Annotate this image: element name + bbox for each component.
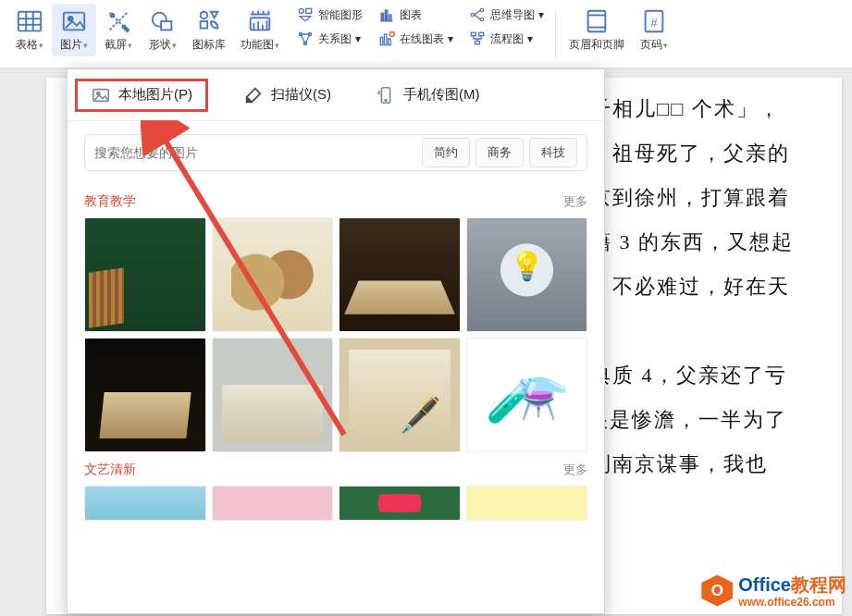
filter-chips: 简约 商务 科技 — [422, 138, 577, 167]
table-icon — [16, 7, 43, 35]
svg-point-30 — [389, 32, 394, 37]
flowchart[interactable]: 流程图▾ — [463, 28, 549, 50]
image-thumbnail[interactable] — [339, 217, 461, 332]
watermark: O Office教程网 www.office26.com — [701, 573, 846, 609]
tab-phone[interactable]: 手机传图(M) — [366, 80, 489, 111]
scanner-icon — [243, 85, 264, 105]
screenshot-icon — [105, 7, 132, 35]
image-thumbnail[interactable] — [212, 217, 334, 332]
image-thumbnail[interactable] — [212, 486, 334, 521]
search-row: 简约 商务 科技 — [68, 121, 604, 184]
svg-rect-26 — [389, 15, 392, 21]
chip-business[interactable]: 商务 — [475, 138, 524, 167]
chip-simple[interactable]: 简约 — [422, 138, 470, 167]
image-thumbnail[interactable] — [466, 486, 588, 521]
svg-point-45 — [385, 99, 387, 101]
function-chart[interactable]: 功能图▾ — [233, 4, 287, 56]
toolbar-separator — [555, 11, 556, 57]
category-literary: 文艺清新 更多 — [68, 452, 604, 521]
watermark-brand: Office教程网 — [738, 573, 846, 598]
chip-tech[interactable]: 科技 — [529, 138, 577, 167]
svg-point-10 — [201, 12, 208, 19]
svg-text:#: # — [650, 16, 658, 30]
svg-rect-29 — [389, 39, 391, 45]
screenshot[interactable]: 截屏▾ — [96, 4, 141, 56]
header-footer[interactable]: 页眉和页脚 — [562, 4, 632, 56]
thumbnail-grid-2 — [84, 486, 587, 521]
image-thumbnail[interactable] — [466, 217, 588, 332]
local-image-icon — [91, 85, 111, 105]
svg-point-18 — [299, 8, 303, 13]
smart-shape-label: 智能图形 — [318, 7, 363, 23]
svg-rect-9 — [161, 21, 171, 30]
tab-local-image[interactable]: 本地图片(P) — [75, 79, 208, 112]
mindmap-label: 思维导图 — [490, 7, 535, 23]
category-more[interactable]: 更多 — [563, 462, 587, 478]
insert-image[interactable]: 图片▾ — [52, 4, 96, 56]
icon-library-icon — [195, 7, 223, 35]
tab-phone-label: 手机传图(M) — [403, 86, 480, 104]
svg-rect-36 — [475, 42, 480, 44]
svg-point-31 — [471, 13, 474, 16]
svg-rect-34 — [471, 32, 475, 35]
online-chart-icon — [377, 30, 396, 48]
search-box[interactable]: 简约 商务 科技 — [84, 134, 587, 171]
svg-rect-25 — [385, 10, 388, 21]
chart-group-2: 图表 在线图表▾ — [372, 4, 459, 50]
online-chart[interactable]: 在线图表▾ — [372, 28, 459, 50]
watermark-url: www.office26.com — [738, 596, 846, 609]
page-number-label: 页码 — [640, 37, 662, 53]
search-input[interactable] — [94, 145, 414, 160]
image-source-tabs: 本地图片(P) 扫描仪(S) 手机传图(M) — [68, 69, 604, 121]
insert-chart-label: 图表 — [400, 7, 422, 23]
insert-shape-label: 形状 — [149, 37, 171, 53]
phone-transfer-icon — [376, 85, 396, 105]
tab-scanner[interactable]: 扫描仪(S) — [234, 80, 340, 111]
image-thumbnail[interactable] — [212, 338, 334, 452]
function-chart-icon — [246, 7, 274, 35]
online-chart-label: 在线图表 — [400, 31, 444, 47]
insert-table[interactable]: 表格▾ — [7, 4, 52, 56]
insert-chart[interactable]: 图表 — [372, 4, 459, 26]
image-thumbnail[interactable] — [339, 338, 461, 452]
image-icon — [60, 7, 88, 35]
image-thumbnail[interactable] — [84, 338, 206, 452]
smart-shape[interactable]: 智能图形 — [290, 4, 368, 26]
icon-library[interactable]: 图标库 — [185, 4, 233, 56]
image-thumbnail[interactable] — [339, 486, 461, 521]
image-thumbnail[interactable] — [84, 486, 206, 521]
image-thumbnail[interactable] — [466, 338, 588, 452]
function-chart-label: 功能图 — [241, 37, 274, 53]
relation-chart[interactable]: 关系图▾ — [290, 28, 368, 50]
mindmap[interactable]: 思维导图▾ — [463, 4, 549, 26]
page-number[interactable]: # 页码▾ — [632, 4, 676, 56]
svg-point-32 — [480, 8, 483, 11]
thumbnail-grid-1 — [84, 217, 587, 452]
image-thumbnail[interactable] — [84, 217, 206, 332]
svg-rect-37 — [588, 11, 606, 32]
svg-rect-35 — [479, 32, 484, 35]
insert-table-label: 表格 — [16, 37, 38, 53]
chart-group-1: 智能图形 关系图▾ — [290, 4, 368, 50]
category-title: 教育教学 — [84, 193, 136, 210]
shape-icon — [149, 7, 177, 35]
smart-shape-icon — [296, 6, 315, 24]
svg-rect-28 — [385, 34, 388, 45]
svg-rect-27 — [380, 37, 383, 44]
mindmap-icon — [468, 6, 487, 24]
category-more[interactable]: 更多 — [563, 193, 587, 210]
relation-chart-label: 关系图 — [318, 31, 352, 47]
relation-chart-icon — [296, 30, 315, 48]
icon-library-label: 图标库 — [192, 37, 226, 53]
svg-rect-11 — [201, 21, 208, 29]
insert-shape[interactable]: 形状▾ — [141, 4, 185, 56]
insert-image-dropdown: 本地图片(P) 扫描仪(S) 手机传图(M) 简约 商务 科技 教育教学 更多 — [67, 68, 605, 614]
insert-image-label: 图片 — [60, 37, 82, 53]
category-title: 文艺清新 — [84, 462, 136, 478]
tab-local-label: 本地图片(P) — [118, 86, 192, 104]
chart-group-3: 思维导图▾ 流程图▾ — [463, 4, 549, 50]
header-footer-icon — [583, 7, 611, 35]
chart-icon — [377, 6, 396, 24]
watermark-logo: O — [701, 575, 733, 607]
svg-rect-24 — [381, 13, 384, 20]
